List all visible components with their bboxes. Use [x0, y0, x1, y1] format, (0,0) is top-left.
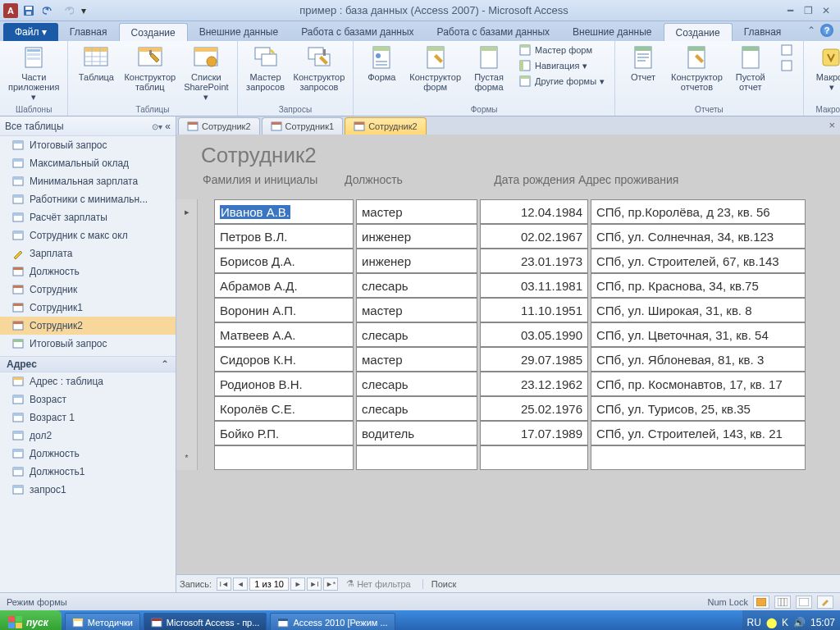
- cell-address[interactable]: СПб, пр. Космонавтов, 17, кв. 17: [591, 372, 806, 396]
- cell-address[interactable]: СПб, ул. Солнечная, 34, кв.123: [591, 224, 806, 249]
- cell-job[interactable]: мастер: [356, 298, 477, 322]
- close-tab-icon[interactable]: ×: [829, 119, 835, 131]
- cell-name[interactable]: Матвеев А.А.: [214, 322, 354, 347]
- maximize-icon[interactable]: ❐: [801, 5, 815, 16]
- language-indicator[interactable]: RU: [747, 617, 761, 628]
- cell-job[interactable]: [356, 445, 477, 470]
- tray-icon[interactable]: ⬤: [766, 617, 777, 628]
- nav-item[interactable]: Должность1: [0, 463, 176, 481]
- cell-address[interactable]: СПб, ул. Строителей, 143, кв. 21: [591, 421, 806, 445]
- document-tab[interactable]: Сотрудник2: [345, 117, 427, 135]
- nav-item[interactable]: Итоговый запрос: [0, 136, 176, 154]
- navpane-header[interactable]: Все таблицы ⊙▾ «: [0, 116, 176, 136]
- cell-job[interactable]: мастер: [356, 347, 477, 372]
- recnav-prev-icon[interactable]: ◄: [233, 578, 248, 591]
- taskbar-item[interactable]: Microsoft Access - пр...: [144, 613, 267, 630]
- ribbon-tab[interactable]: Создание: [119, 23, 188, 41]
- qat-customize-icon[interactable]: ▾: [79, 2, 89, 19]
- blank-report-button[interactable]: Пустой отчет: [729, 43, 772, 94]
- cell-name[interactable]: Иванов А.В.: [214, 199, 354, 224]
- cell-job[interactable]: мастер: [356, 199, 477, 224]
- form-button[interactable]: Форма: [360, 43, 403, 84]
- record-selector[interactable]: [176, 372, 198, 396]
- navpane-dropdown-icon[interactable]: ⊙▾: [152, 122, 162, 131]
- cell-date[interactable]: 17.07.1989: [480, 421, 588, 445]
- navigation-item[interactable]: Навигация▾: [515, 58, 608, 73]
- view-datasheet-icon[interactable]: [774, 596, 791, 609]
- navpane-section[interactable]: Адрес⌃: [0, 356, 176, 372]
- nav-item[interactable]: Итоговый запрос: [0, 335, 176, 353]
- view-layout-icon[interactable]: [796, 596, 812, 609]
- taskbar-item[interactable]: Access 2010 [Режим ...: [270, 613, 395, 630]
- cell-name[interactable]: Петров В.Л.: [214, 224, 354, 249]
- cell-date[interactable]: 03.05.1990: [480, 322, 588, 347]
- cell-date[interactable]: 29.07.1985: [480, 347, 588, 372]
- ribbon-minimize-icon[interactable]: ⌃: [807, 25, 815, 36]
- record-selector[interactable]: [176, 421, 198, 445]
- cell-job[interactable]: слесарь: [356, 273, 477, 298]
- ribbon-tab[interactable]: Главная: [58, 23, 119, 41]
- record-selector[interactable]: [176, 249, 198, 273]
- tab-Главная[interactable]: Главная: [733, 23, 793, 41]
- other-forms-item[interactable]: Другие формы▾: [515, 74, 608, 89]
- record-selector[interactable]: [176, 298, 198, 322]
- report-designer-button[interactable]: Конструктор отчетов: [669, 43, 724, 94]
- cell-name[interactable]: Сидоров К.Н.: [214, 347, 354, 372]
- nav-item[interactable]: Адрес : таблица: [0, 372, 176, 390]
- nav-item[interactable]: Сотрудник1: [0, 299, 176, 317]
- close-icon[interactable]: ✕: [819, 5, 833, 16]
- cell-address[interactable]: СПб, пр. Краснова, 34, кв.75: [591, 273, 806, 298]
- cell-name[interactable]: Королёв С.Е.: [214, 396, 354, 421]
- record-selector[interactable]: ▸: [176, 199, 198, 224]
- sharepoint-lists-button[interactable]: Списки SharePoint▾: [182, 43, 230, 103]
- view-form-icon[interactable]: [753, 596, 769, 609]
- help-icon[interactable]: ?: [820, 24, 833, 37]
- recnav-next-icon[interactable]: ►: [290, 578, 305, 591]
- cell-name[interactable]: Родионов В.Н.: [214, 372, 354, 396]
- cell-job[interactable]: инженер: [356, 224, 477, 249]
- qat-undo-icon[interactable]: [39, 2, 57, 19]
- cell-address[interactable]: СПб, пр.Королёва, д 23, кв. 56: [591, 199, 806, 224]
- search-box[interactable]: Поиск: [422, 579, 456, 589]
- record-selector[interactable]: [176, 396, 198, 421]
- cell-date[interactable]: 11.10.1951: [480, 298, 588, 322]
- nav-item[interactable]: Расчёт зарплаты: [0, 208, 176, 226]
- cell-address[interactable]: [591, 445, 806, 470]
- recnav-last-icon[interactable]: ►I: [307, 578, 322, 591]
- table-button[interactable]: Таблица: [75, 43, 117, 84]
- cell-address[interactable]: СПб, ул. Строителей, 67, кв.143: [591, 249, 806, 273]
- cell-job[interactable]: слесарь: [356, 372, 477, 396]
- blank-form-button[interactable]: Пустая форма: [468, 43, 510, 94]
- cell-name[interactable]: Воронин А.П.: [214, 298, 354, 322]
- macro-button[interactable]: Макрос▾: [810, 43, 840, 94]
- tab-Внешние данные[interactable]: Внешние данные: [561, 23, 664, 41]
- cell-date[interactable]: [480, 445, 588, 470]
- report-button[interactable]: Отчет: [622, 43, 664, 84]
- tab-Работа с базами данных[interactable]: Работа с базами данных: [426, 23, 561, 41]
- record-selector[interactable]: [176, 322, 198, 347]
- table-designer-button[interactable]: Конструктор таблиц: [122, 43, 177, 94]
- nav-item[interactable]: Максимальный оклад: [0, 154, 176, 172]
- nav-item[interactable]: Должность: [0, 262, 176, 281]
- tab-Создание[interactable]: Создание: [664, 23, 733, 41]
- ribbon-tab[interactable]: Работа с базами данных: [290, 23, 425, 41]
- record-selector[interactable]: [176, 273, 198, 298]
- tab-file[interactable]: Файл ▾: [3, 23, 58, 41]
- taskbar-item[interactable]: Методички: [65, 613, 140, 630]
- report-mini-1[interactable]: [777, 43, 797, 57]
- recnav-first-icon[interactable]: I◄: [217, 578, 231, 591]
- query-wizard-button[interactable]: Мастер запросов: [244, 43, 287, 94]
- cell-address[interactable]: СПб, ул. Яблоневая, 81, кв. 3: [591, 347, 806, 372]
- nav-item[interactable]: Минимальная зарплата: [0, 172, 176, 190]
- cell-job[interactable]: слесарь: [356, 396, 477, 421]
- nav-item[interactable]: Возраст: [0, 390, 176, 409]
- document-tab[interactable]: Сотрудник2: [178, 117, 260, 135]
- cell-date[interactable]: 23.12.1962: [480, 372, 588, 396]
- cell-name[interactable]: Борисов Д.А.: [214, 249, 354, 273]
- recnav-new-icon[interactable]: ►*: [323, 578, 338, 591]
- record-selector[interactable]: [176, 347, 198, 372]
- cell-job[interactable]: инженер: [356, 249, 477, 273]
- nav-item[interactable]: Зарплата: [0, 244, 176, 262]
- cell-job[interactable]: водитель: [356, 421, 477, 445]
- nav-item[interactable]: Работники с минимальн...: [0, 190, 176, 208]
